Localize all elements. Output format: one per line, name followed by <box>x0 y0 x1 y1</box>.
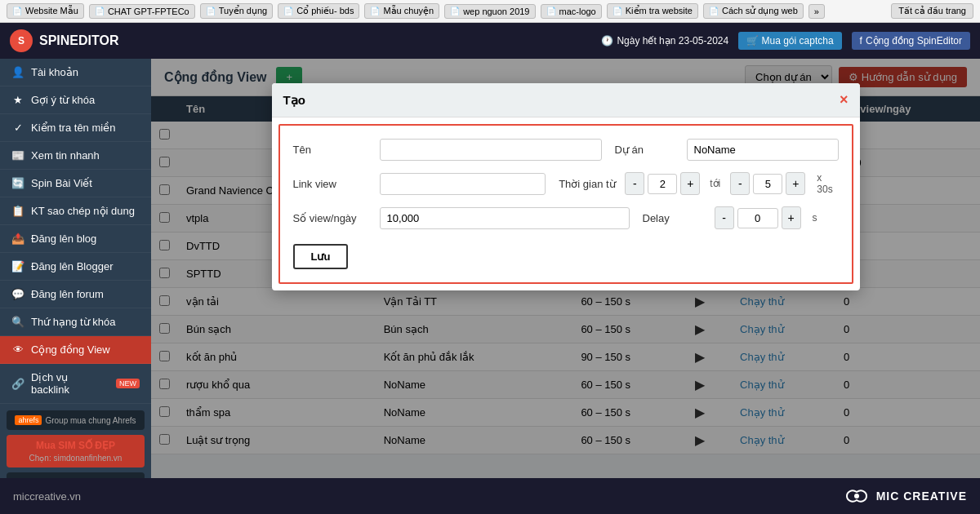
tab-chat-gpt[interactable]: 📄 CHAT GPT-FPTECo <box>89 4 195 19</box>
sidebar-item-dang-len-forum[interactable]: 💬 Đăng lên forum <box>0 281 151 308</box>
tab-icon-website: 📄 <box>12 7 22 16</box>
modal-header: Tạo × <box>272 83 860 117</box>
sidebar-item-xem-tin-nhanh[interactable]: 📰 Xem tin nhanh <box>0 142 151 170</box>
ten-label: Tên <box>293 144 367 156</box>
more-tabs-button[interactable]: » <box>808 4 825 19</box>
thoi-gian-group: Thời gian từ - + tới - <box>559 172 838 195</box>
delay-group: Delay - + s <box>643 206 839 229</box>
logo-text: SPINEDITOR <box>39 33 119 48</box>
modal-title: Tạo <box>283 93 305 108</box>
delay-plus-button[interactable]: + <box>782 206 801 229</box>
ad-thiet-ke-website[interactable]: Thiết kế website chất lượng cao <box>7 472 145 478</box>
check-icon: ✓ <box>11 122 24 134</box>
star-icon: ★ <box>11 94 24 106</box>
logo-area: S SPINEDITOR <box>10 29 119 52</box>
tab-co-phieu[interactable]: 📄 Cổ phiếu- bds <box>278 3 359 19</box>
from-plus-button[interactable]: + <box>680 172 700 195</box>
link-icon: 🔗 <box>11 378 24 390</box>
footer-right: MIC CREATIVE <box>842 487 967 505</box>
community-button[interactable]: f Cộng đồng SpinEditor <box>852 32 970 50</box>
ten-input[interactable] <box>380 139 602 161</box>
footer-website: miccreative.vn <box>13 490 81 503</box>
sidebar-item-kiem-tra-ten-mien[interactable]: ✓ Kiểm tra tên miền <box>0 114 151 142</box>
modal-row-1: Tên Dự án <box>293 139 839 161</box>
mic-logo: MIC CREATIVE <box>842 487 967 505</box>
modal-create: Tạo × Tên Dự án <box>272 83 860 290</box>
thoi-gian-unit: x 30s <box>817 172 838 195</box>
footer: miccreative.vn MIC CREATIVE <box>0 478 980 514</box>
to-minus-button[interactable]: - <box>730 172 750 195</box>
sidebar-item-cong-dong-view[interactable]: 👁 Cộng đồng View <box>0 336 151 364</box>
delay-minus-button[interactable]: - <box>715 206 734 229</box>
link-view-label: Link view <box>293 178 367 190</box>
sidebar-item-goi-y-tu-khoa[interactable]: ★ Gợi ý từ khóa <box>0 86 151 114</box>
view-icon: 👁 <box>11 343 24 356</box>
date-badge: 🕐 Ngày hết hạn 23-05-2024 <box>601 35 728 47</box>
modal-row-2: Link view Thời gian từ - + tới <box>293 172 839 195</box>
forum-icon: 💬 <box>11 288 24 300</box>
sidebar: 👤 Tài khoản ★ Gợi ý từ khóa ✓ Kiểm tra t… <box>0 59 151 478</box>
delay-input[interactable] <box>737 208 778 228</box>
spin-icon: 🔄 <box>11 177 24 189</box>
link-view-input[interactable] <box>380 173 546 195</box>
main-layout: 👤 Tài khoản ★ Gợi ý từ khóa ✓ Kiểm tra t… <box>0 59 980 478</box>
logo-icon: S <box>10 29 33 52</box>
blogger-icon: 📝 <box>11 260 24 273</box>
sidebar-item-spin-bai-viet[interactable]: 🔄 Spin Bài Viết <box>0 170 151 197</box>
so-view-label: Số view/ngày <box>293 212 367 224</box>
modal-close-button[interactable]: × <box>840 91 849 109</box>
top-bar: S SPINEDITOR 🕐 Ngày hết hạn 23-05-2024 🛒… <box>0 23 980 59</box>
du-an-input[interactable] <box>687 139 839 161</box>
captcha-icon: 🛒 <box>746 35 759 47</box>
thoi-gian-from-spinner: - + <box>625 172 700 195</box>
content-area: Cộng đồng View + Chọn dự án ⚙ Hướng dẫn … <box>151 59 980 478</box>
mic-logo-icon <box>842 487 871 505</box>
all-tabs-button[interactable]: Tất cả đầu trang <box>891 3 973 19</box>
sidebar-item-tai-khoan[interactable]: 👤 Tài khoản <box>0 59 151 86</box>
user-icon: 👤 <box>11 66 24 78</box>
thoi-gian-from-input[interactable] <box>648 174 677 194</box>
modal-overlay: Tạo × Tên Dự án <box>151 59 980 478</box>
delay-unit: s <box>813 212 817 224</box>
thoi-gian-to-spinner: - + <box>730 172 805 195</box>
facebook-icon: f <box>860 35 862 47</box>
delay-label: Delay <box>643 212 708 224</box>
captcha-button[interactable]: 🛒 Mua gói captcha <box>738 32 841 50</box>
from-minus-button[interactable]: - <box>625 172 644 195</box>
tab-website-mau[interactable]: 📄 Website Mẫu <box>7 3 84 19</box>
tab-kiem-tra[interactable]: 📄 Kiểm tra website <box>607 3 698 19</box>
ad-group-ahrefs[interactable]: ahrefs Group mua chung Ahrefs <box>7 410 145 430</box>
clock-icon: 🕐 <box>601 35 613 47</box>
sidebar-item-dang-len-blog[interactable]: 📤 Đăng lên blog <box>0 225 151 253</box>
sidebar-item-thu-hang-tu-khoa[interactable]: 🔍 Thứ hạng từ khóa <box>0 308 151 336</box>
ad-sim-so-dep[interactable]: Mua SIM SỐ ĐẸP Chọn: simdonanfinhen.vn <box>7 435 145 467</box>
modal-row-3: Số view/ngày Delay - + s <box>293 206 839 229</box>
mic-brand-text: MIC CREATIVE <box>876 490 967 503</box>
new-badge: NEW <box>116 379 140 388</box>
modal-footer: Lưu <box>293 241 839 269</box>
du-an-label: Dự án <box>615 144 680 156</box>
so-view-input[interactable] <box>380 207 630 229</box>
copy-icon: 📋 <box>11 205 24 217</box>
thoi-gian-label: Thời gian từ <box>559 178 618 190</box>
thoi-gian-to-input[interactable] <box>753 174 782 194</box>
sidebar-item-dang-len-blogger[interactable]: 📝 Đăng lên Blogger <box>0 253 151 281</box>
save-button[interactable]: Lưu <box>293 244 349 269</box>
du-an-group: Dự án <box>615 139 839 161</box>
search-icon: 🔍 <box>11 316 24 328</box>
sidebar-ads: ahrefs Group mua chung Ahrefs Mua SIM SỐ… <box>0 404 151 478</box>
news-icon: 📰 <box>11 149 24 162</box>
toi-label: tới <box>710 178 720 189</box>
tab-wep-nguon[interactable]: 📄 wep nguon 2019 <box>444 4 535 19</box>
to-plus-button[interactable]: + <box>786 172 805 195</box>
tab-cach-su-dung[interactable]: 📄 Cách sử dụng web <box>703 3 804 19</box>
tab-tuyen-dung[interactable]: 📄 Tuyển dụng <box>200 3 273 19</box>
sidebar-item-kt-sao-chep[interactable]: 📋 KT sao chép nội dung <box>0 197 151 225</box>
modal-body: Tên Dự án Link view Thờ <box>278 124 853 284</box>
top-bar-right: 🕐 Ngày hết hạn 23-05-2024 🛒 Mua gói capt… <box>601 32 970 50</box>
tab-mau-chuyen[interactable]: 📄 Mẫu chuyện <box>364 3 439 19</box>
sidebar-item-dich-vu-backlink[interactable]: 🔗 Dịch vụ backlink NEW <box>0 364 151 404</box>
tab-mac-logo[interactable]: 📄 mac-logo <box>541 4 602 19</box>
date-label: Ngày hết hạn 23-05-2024 <box>617 35 728 47</box>
browser-toolbar: 📄 Website Mẫu 📄 CHAT GPT-FPTECo 📄 Tuyển … <box>0 0 980 23</box>
